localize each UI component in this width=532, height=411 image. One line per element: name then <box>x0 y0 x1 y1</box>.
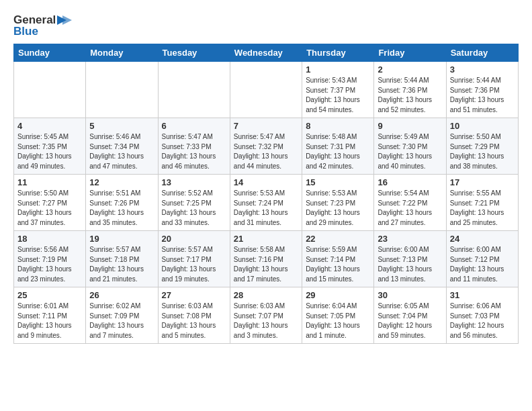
day-number: 3 <box>450 64 515 75</box>
day-number: 27 <box>162 290 226 300</box>
day-number: 13 <box>162 177 226 187</box>
calendar-cell: 1Sunrise: 5:43 AM Sunset: 7:37 PM Daylig… <box>302 62 374 118</box>
day-info: Sunrise: 5:45 AM Sunset: 7:35 PM Dayligh… <box>17 132 82 171</box>
day-number: 6 <box>162 121 226 131</box>
day-number: 22 <box>306 234 370 244</box>
day-info: Sunrise: 6:03 AM Sunset: 7:07 PM Dayligh… <box>234 302 298 340</box>
day-number: 28 <box>234 290 298 300</box>
day-number: 31 <box>450 290 515 300</box>
calendar-cell: 20Sunrise: 5:57 AM Sunset: 7:17 PM Dayli… <box>158 231 230 287</box>
calendar-cell: 9Sunrise: 5:49 AM Sunset: 7:30 PM Daylig… <box>374 118 446 175</box>
weekday-header-saturday: Saturday <box>446 44 518 62</box>
calendar-cell: 16Sunrise: 5:54 AM Sunset: 7:22 PM Dayli… <box>374 175 446 231</box>
day-info: Sunrise: 6:00 AM Sunset: 7:13 PM Dayligh… <box>378 245 442 284</box>
weekday-header-wednesday: Wednesday <box>230 44 302 62</box>
calendar-cell: 7Sunrise: 5:47 AM Sunset: 7:32 PM Daylig… <box>230 118 302 175</box>
weekday-header-sunday: Sunday <box>14 44 86 62</box>
calendar-cell <box>230 62 302 118</box>
calendar-cell: 11Sunrise: 5:50 AM Sunset: 7:27 PM Dayli… <box>14 175 86 231</box>
day-number: 11 <box>17 177 82 187</box>
day-number: 18 <box>17 234 82 244</box>
day-number: 2 <box>378 64 442 75</box>
weekday-header-tuesday: Tuesday <box>158 44 230 62</box>
day-info: Sunrise: 5:49 AM Sunset: 7:30 PM Dayligh… <box>378 132 442 171</box>
day-number: 25 <box>17 290 82 300</box>
calendar-cell: 26Sunrise: 6:02 AM Sunset: 7:09 PM Dayli… <box>86 287 158 344</box>
calendar-cell: 21Sunrise: 5:58 AM Sunset: 7:16 PM Dayli… <box>230 231 302 287</box>
day-info: Sunrise: 6:00 AM Sunset: 7:12 PM Dayligh… <box>450 245 515 284</box>
day-number: 1 <box>306 64 370 75</box>
calendar-week-row: 18Sunrise: 5:56 AM Sunset: 7:19 PM Dayli… <box>14 231 519 287</box>
day-number: 15 <box>306 177 370 187</box>
calendar-cell: 19Sunrise: 5:57 AM Sunset: 7:18 PM Dayli… <box>86 231 158 287</box>
calendar-cell: 12Sunrise: 5:51 AM Sunset: 7:26 PM Dayli… <box>86 175 158 231</box>
calendar-cell: 6Sunrise: 5:47 AM Sunset: 7:33 PM Daylig… <box>158 118 230 175</box>
day-info: Sunrise: 6:05 AM Sunset: 7:04 PM Dayligh… <box>378 302 442 340</box>
day-number: 9 <box>378 121 442 131</box>
calendar-cell: 29Sunrise: 6:04 AM Sunset: 7:05 PM Dayli… <box>302 287 374 344</box>
calendar-week-row: 1Sunrise: 5:43 AM Sunset: 7:37 PM Daylig… <box>14 62 519 118</box>
logo: General Blue <box>13 13 72 38</box>
calendar-cell: 2Sunrise: 5:44 AM Sunset: 7:36 PM Daylig… <box>374 62 446 118</box>
calendar-cell <box>86 62 158 118</box>
day-info: Sunrise: 5:46 AM Sunset: 7:34 PM Dayligh… <box>89 132 154 171</box>
calendar-cell <box>158 62 230 118</box>
calendar-cell: 22Sunrise: 5:59 AM Sunset: 7:14 PM Dayli… <box>302 231 374 287</box>
day-number: 21 <box>234 234 298 244</box>
calendar-cell: 10Sunrise: 5:50 AM Sunset: 7:29 PM Dayli… <box>446 118 518 175</box>
day-number: 8 <box>306 121 370 131</box>
calendar-cell: 28Sunrise: 6:03 AM Sunset: 7:07 PM Dayli… <box>230 287 302 344</box>
calendar-week-row: 25Sunrise: 6:01 AM Sunset: 7:11 PM Dayli… <box>14 287 519 344</box>
day-info: Sunrise: 5:48 AM Sunset: 7:31 PM Dayligh… <box>306 132 370 171</box>
calendar-week-row: 4Sunrise: 5:45 AM Sunset: 7:35 PM Daylig… <box>14 118 519 175</box>
day-info: Sunrise: 6:03 AM Sunset: 7:08 PM Dayligh… <box>162 302 226 340</box>
calendar-cell: 14Sunrise: 5:53 AM Sunset: 7:24 PM Dayli… <box>230 175 302 231</box>
calendar-cell: 18Sunrise: 5:56 AM Sunset: 7:19 PM Dayli… <box>14 231 86 287</box>
calendar-cell: 17Sunrise: 5:55 AM Sunset: 7:21 PM Dayli… <box>446 175 518 231</box>
day-info: Sunrise: 5:56 AM Sunset: 7:19 PM Dayligh… <box>17 245 82 284</box>
calendar-cell: 8Sunrise: 5:48 AM Sunset: 7:31 PM Daylig… <box>302 118 374 175</box>
day-number: 10 <box>450 121 515 131</box>
day-info: Sunrise: 5:47 AM Sunset: 7:33 PM Dayligh… <box>162 132 226 171</box>
day-number: 7 <box>234 121 298 131</box>
calendar-week-row: 11Sunrise: 5:50 AM Sunset: 7:27 PM Dayli… <box>14 175 519 231</box>
day-info: Sunrise: 6:02 AM Sunset: 7:09 PM Dayligh… <box>89 302 154 340</box>
day-number: 17 <box>450 177 515 187</box>
calendar-cell: 30Sunrise: 6:05 AM Sunset: 7:04 PM Dayli… <box>374 287 446 344</box>
day-info: Sunrise: 5:53 AM Sunset: 7:24 PM Dayligh… <box>234 189 298 228</box>
day-info: Sunrise: 5:57 AM Sunset: 7:18 PM Dayligh… <box>89 245 154 284</box>
day-info: Sunrise: 5:52 AM Sunset: 7:25 PM Dayligh… <box>162 189 226 228</box>
weekday-header-monday: Monday <box>86 44 158 62</box>
calendar-cell: 4Sunrise: 5:45 AM Sunset: 7:35 PM Daylig… <box>14 118 86 175</box>
day-info: Sunrise: 6:01 AM Sunset: 7:11 PM Dayligh… <box>17 302 82 340</box>
logo-blue-text: Blue <box>13 25 38 38</box>
calendar-cell: 25Sunrise: 6:01 AM Sunset: 7:11 PM Dayli… <box>14 287 86 344</box>
calendar-cell: 31Sunrise: 6:06 AM Sunset: 7:03 PM Dayli… <box>446 287 518 344</box>
calendar-cell: 24Sunrise: 6:00 AM Sunset: 7:12 PM Dayli… <box>446 231 518 287</box>
day-info: Sunrise: 5:44 AM Sunset: 7:36 PM Dayligh… <box>378 76 442 115</box>
day-info: Sunrise: 5:57 AM Sunset: 7:17 PM Dayligh… <box>162 245 226 284</box>
day-info: Sunrise: 6:04 AM Sunset: 7:05 PM Dayligh… <box>306 302 370 340</box>
day-info: Sunrise: 5:44 AM Sunset: 7:36 PM Dayligh… <box>450 76 515 115</box>
calendar-cell: 5Sunrise: 5:46 AM Sunset: 7:34 PM Daylig… <box>86 118 158 175</box>
day-number: 4 <box>17 121 82 131</box>
day-info: Sunrise: 5:54 AM Sunset: 7:22 PM Dayligh… <box>378 189 442 228</box>
day-number: 14 <box>234 177 298 187</box>
day-number: 16 <box>378 177 442 187</box>
weekday-header-friday: Friday <box>374 44 446 62</box>
day-number: 5 <box>89 121 154 131</box>
day-info: Sunrise: 5:43 AM Sunset: 7:37 PM Dayligh… <box>306 76 370 115</box>
calendar-cell: 3Sunrise: 5:44 AM Sunset: 7:36 PM Daylig… <box>446 62 518 118</box>
day-number: 24 <box>450 234 515 244</box>
day-info: Sunrise: 5:51 AM Sunset: 7:26 PM Dayligh… <box>89 189 154 228</box>
day-number: 23 <box>378 234 442 244</box>
day-number: 26 <box>89 290 154 300</box>
calendar-cell: 23Sunrise: 6:00 AM Sunset: 7:13 PM Dayli… <box>374 231 446 287</box>
day-info: Sunrise: 5:50 AM Sunset: 7:27 PM Dayligh… <box>17 189 82 228</box>
day-info: Sunrise: 6:06 AM Sunset: 7:03 PM Dayligh… <box>450 302 515 340</box>
calendar-header-row: SundayMondayTuesdayWednesdayThursdayFrid… <box>14 44 519 62</box>
calendar-cell: 15Sunrise: 5:53 AM Sunset: 7:23 PM Dayli… <box>302 175 374 231</box>
day-info: Sunrise: 5:53 AM Sunset: 7:23 PM Dayligh… <box>306 189 370 228</box>
day-info: Sunrise: 5:50 AM Sunset: 7:29 PM Dayligh… <box>450 132 515 171</box>
calendar-cell: 27Sunrise: 6:03 AM Sunset: 7:08 PM Dayli… <box>158 287 230 344</box>
